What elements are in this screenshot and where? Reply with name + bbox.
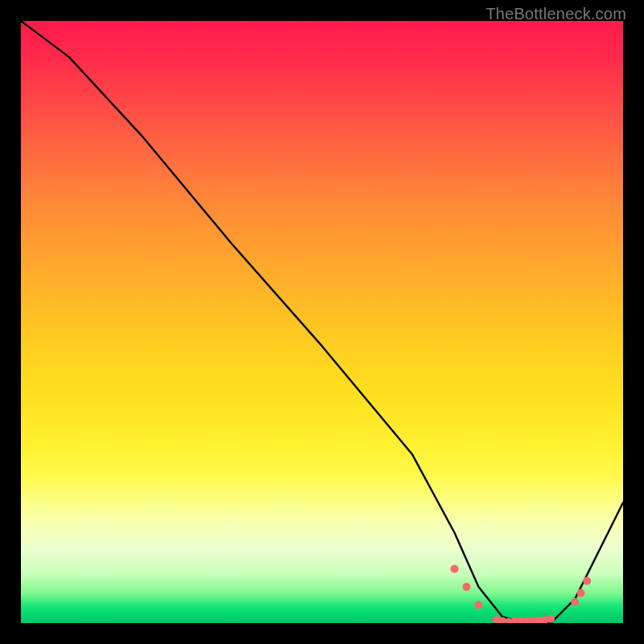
- marker-group: [451, 565, 592, 623]
- watermark-text: TheBottleneck.com: [485, 5, 626, 23]
- marker-dot: [583, 577, 591, 585]
- marker-dot: [463, 583, 471, 591]
- marker-dot: [571, 598, 579, 606]
- marker-dot: [577, 589, 585, 597]
- marker-dot: [451, 565, 459, 573]
- plot-area: [21, 21, 623, 623]
- marker-dot: [547, 615, 555, 623]
- curve-layer: [21, 21, 623, 623]
- marker-dot: [475, 601, 483, 609]
- chart-container: TheBottleneck.com: [0, 0, 644, 644]
- bottleneck-curve: [21, 21, 623, 623]
